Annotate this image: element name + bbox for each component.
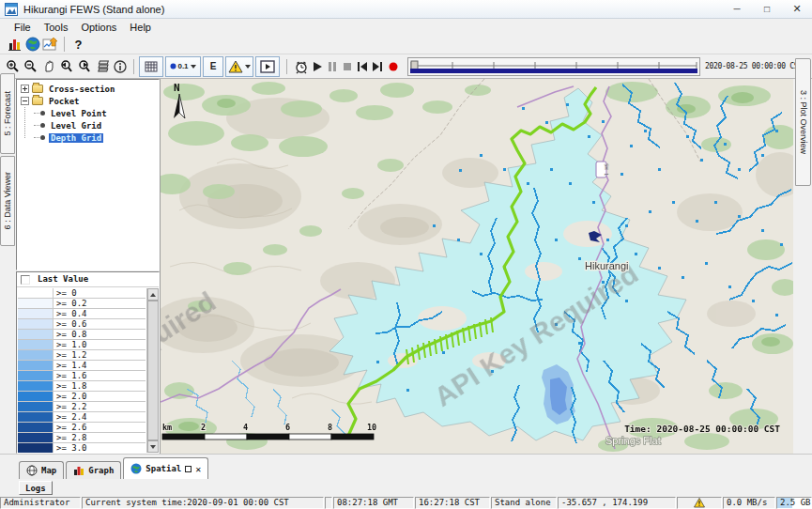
time-slider[interactable] (407, 57, 700, 76)
svg-text:6: 6 (285, 423, 290, 432)
globe-icon[interactable] (23, 35, 41, 54)
grid-icon[interactable] (139, 56, 163, 77)
status-system-time: Current system time:2020-09-01 00:00 CST (82, 497, 324, 509)
menu-help[interactable]: Help (123, 21, 158, 34)
zoom-out-icon[interactable] (22, 57, 39, 76)
tab-map[interactable]: Map (19, 461, 64, 479)
status-warning-cell[interactable] (677, 497, 722, 509)
legend-row[interactable]: >= 2.2 (18, 402, 146, 412)
logs-button[interactable]: Logs (19, 481, 53, 495)
scale-bar-segments (162, 434, 374, 440)
skip-start-icon[interactable] (355, 57, 370, 76)
warnings-icon[interactable] (225, 56, 253, 77)
contour-icon[interactable]: 0.1 (165, 56, 201, 77)
toolbar-separator (133, 59, 134, 74)
legend-row[interactable]: >= 3.0 (18, 443, 146, 453)
tree-item-level-point[interactable]: Level Point (30, 107, 159, 119)
help-icon[interactable]: ? (69, 35, 87, 54)
timeseries-dialog-icon[interactable] (41, 35, 59, 54)
legend-swatch (18, 340, 54, 349)
chevron-down-icon (191, 65, 196, 69)
window-title: Hikurangi FEWS (Stand alone) (23, 4, 722, 15)
menu-file[interactable]: File (8, 21, 38, 34)
svg-text:km: km (162, 423, 172, 432)
svg-text:N: N (174, 82, 180, 94)
pause-icon[interactable] (325, 57, 340, 76)
legend-row[interactable]: >= 1.6 (18, 371, 146, 381)
legend-swatch (18, 371, 54, 380)
maximize-button[interactable]: □ (752, 0, 782, 18)
status-mode: Stand alone (491, 497, 557, 509)
legend-swatch (18, 350, 54, 360)
node-bullet-icon (40, 123, 45, 128)
tab-forecast[interactable]: 5 : Forecast (0, 73, 15, 154)
legend-swatch (18, 361, 54, 370)
menu-bar: File Tools Options Help (0, 19, 812, 35)
timer-icon[interactable] (292, 57, 310, 76)
tab-data-viewer[interactable]: 6 : Data Viewer (0, 156, 15, 246)
collapse-minus-icon[interactable] (21, 97, 29, 105)
legend-swatch (18, 299, 54, 308)
legend-row[interactable]: >= 2.6 (18, 423, 146, 433)
stop-icon[interactable] (340, 57, 355, 76)
tree-item-depth-grid[interactable]: Depth Grid (30, 131, 159, 144)
toolbar-separator (64, 37, 65, 52)
info-icon[interactable] (111, 57, 129, 76)
legend-row[interactable]: >= 2.8 (18, 433, 146, 443)
bar-chart-icon (73, 465, 84, 476)
town-label: Hikurangi (585, 260, 628, 271)
node-bullet-icon (40, 111, 45, 116)
logs-row: Logs (0, 479, 812, 497)
restore-icon[interactable] (185, 466, 192, 472)
title-bar: Hikurangi FEWS (Stand alone) ─ □ ✕ (0, 0, 812, 19)
tree-item-level-grid[interactable]: Level Grid (30, 119, 159, 131)
pan-icon[interactable] (39, 57, 57, 76)
minimize-button[interactable]: ─ (722, 0, 752, 18)
play-icon[interactable] (310, 57, 325, 76)
zoom-previous-icon[interactable] (57, 57, 75, 76)
layer-tree: Cross-section Pocket Level Point Level G… (16, 79, 160, 270)
menu-tools[interactable]: Tools (38, 21, 75, 34)
skip-end-icon[interactable] (370, 57, 385, 76)
tab-graph[interactable]: Graph (66, 461, 121, 479)
tree-item-cross-section[interactable]: Cross-section (17, 83, 159, 95)
close-button[interactable]: ✕ (782, 0, 812, 18)
tab-plot-overview[interactable]: 3 : Plot Overview (795, 58, 811, 186)
app-icon (5, 3, 18, 16)
map-svg: SH 1 API Key Required API Key Required N (161, 79, 794, 454)
chevron-down-icon (245, 65, 251, 69)
map-canvas[interactable]: SH 1 API Key Required API Key Required N (160, 79, 793, 454)
legend-row[interactable]: >= 2.0 (18, 392, 146, 402)
legend-row[interactable]: >= 0.6 (18, 319, 146, 330)
status-gmt-time: 08:27:18 GMT (333, 497, 414, 509)
legend-scrollbar[interactable] (146, 288, 159, 453)
current-time-label: 2020-08-25 00:00:00 CST (705, 62, 803, 70)
legend-row[interactable]: >= 1.8 (18, 381, 146, 392)
tree-item-pocket[interactable]: Pocket (17, 95, 159, 107)
legend-row[interactable]: >= 1.2 (18, 350, 146, 361)
legend-row[interactable]: >= 1.0 (18, 340, 146, 350)
legend-row[interactable]: >= 0.4 (18, 309, 146, 319)
scroll-up-icon[interactable] (147, 288, 159, 301)
last-value-checkbox[interactable] (21, 275, 30, 285)
scroll-down-icon[interactable] (147, 440, 159, 453)
legend-swatch (18, 392, 54, 401)
data-availability-bar (410, 69, 697, 73)
menu-options[interactable]: Options (74, 21, 123, 34)
legend-row[interactable]: >= 0.8 (18, 330, 146, 340)
layers-icon[interactable] (93, 57, 111, 76)
legend-row[interactable]: >= 2.4 (18, 412, 146, 423)
legend-row[interactable]: >= 0.2 (18, 299, 146, 309)
labels-icon[interactable]: E (203, 56, 223, 77)
legend-row[interactable]: >= 0 (18, 288, 146, 299)
close-tab-icon[interactable]: ✕ (195, 464, 201, 474)
record-icon[interactable] (385, 57, 402, 76)
legend-row[interactable]: >= 1.4 (18, 361, 146, 371)
tab-spatial[interactable]: Spatial ✕ (123, 457, 208, 479)
statistics-icon[interactable] (6, 35, 23, 54)
status-bar: Administrator Current system time:2020-0… (0, 497, 812, 509)
scrollbar-thumb[interactable] (147, 301, 159, 440)
animation-icon[interactable] (255, 56, 280, 77)
zoom-next-icon[interactable] (75, 57, 93, 76)
expand-plus-icon[interactable] (21, 85, 29, 93)
